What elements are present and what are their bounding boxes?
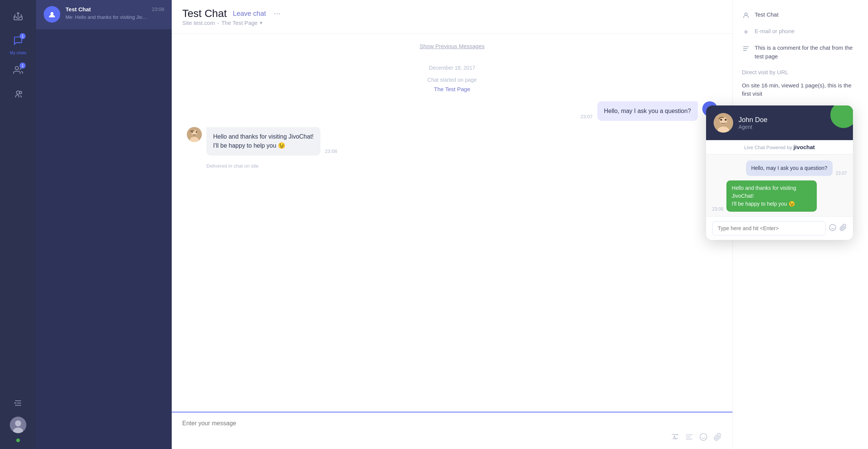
chat-subtitle: Site test.com - The Test Page ▾ — [182, 20, 722, 26]
show-prev-link[interactable]: Show Previous Messages — [420, 43, 485, 49]
info-agent-name: Test Chat — [755, 11, 778, 19]
visitor-message-time: 23:07 — [580, 114, 593, 119]
chat-subtitle-page: The Test Page — [221, 20, 258, 26]
chat-subtitle-site: Site test.com — [182, 20, 215, 26]
svg-point-23 — [700, 434, 707, 440]
emoji-button[interactable] — [699, 433, 708, 443]
sidebar: 1 My chats 1 — [0, 0, 36, 449]
widget-agent-bubble: Hello and thanks for visiting JivoChat! … — [726, 180, 817, 212]
sidebar-item-inbox[interactable] — [0, 6, 36, 27]
chat-messages: Show Previous Messages December 18, 2017… — [172, 34, 732, 412]
widget-header: John Doe Agent — [706, 105, 853, 140]
team-icon[interactable] — [9, 85, 27, 103]
canned-responses-button[interactable] — [685, 433, 693, 443]
chat-list-panel: Test Chat 23:08 Me: Hello and thanks for… — [36, 0, 172, 449]
inbox-icon[interactable] — [9, 8, 27, 26]
status-dot — [15, 438, 21, 443]
chevron-down-icon[interactable]: ▾ — [260, 20, 262, 26]
comment-icon — [742, 44, 750, 53]
chat-header: Test Chat Leave chat ··· Site test.com -… — [172, 0, 732, 34]
info-comment: This is a comment for the chat from the … — [755, 44, 859, 61]
show-previous-messages[interactable]: Show Previous Messages — [187, 43, 717, 50]
sidebar-item-chats-label: My chats — [10, 50, 26, 55]
message-status: Delivered in chat on site — [206, 163, 717, 169]
agent-message-bubble: Hello and thanks for visiting JivoChat! … — [206, 127, 320, 156]
widget-attach-icon[interactable] — [839, 224, 847, 233]
chat-list-content: Test Chat 23:08 Me: Hello and thanks for… — [66, 6, 164, 21]
svg-point-35 — [830, 224, 836, 231]
agent-avatar — [187, 127, 202, 142]
widget-emoji-icon[interactable] — [829, 224, 836, 233]
widget-msg-time: 23:07 — [836, 171, 847, 176]
more-options-button[interactable]: ··· — [273, 9, 280, 18]
chat-input[interactable] — [182, 418, 722, 428]
widget-message-row: 23:07 Hello, may I ask you a question? — [712, 160, 847, 176]
widget-messages: 23:07 Hello, may I ask you a question? 2… — [706, 154, 853, 216]
chat-list-item[interactable]: Test Chat 23:08 Me: Hello and thanks for… — [36, 0, 172, 29]
chat-input-area — [172, 412, 732, 449]
settings-icon[interactable] — [9, 394, 27, 412]
visitor-message-bubble: Hello, may I ask you a question? — [597, 101, 698, 121]
widget-visitor-bubble: Hello, may I ask you a question? — [746, 160, 833, 176]
widget-input[interactable] — [712, 221, 826, 235]
plus-icon: + — [742, 28, 750, 36]
contacts-badge: 1 — [20, 63, 26, 69]
svg-point-33 — [720, 119, 722, 121]
info-email-placeholder: E-mail or phone — [755, 27, 795, 36]
chat-title: Test Chat — [182, 8, 227, 20]
chat-input-toolbar — [182, 433, 722, 443]
attach-button[interactable] — [714, 433, 722, 443]
date-divider: December 18, 2017 — [187, 65, 717, 71]
chats-badge: 1 — [20, 33, 26, 39]
widget-agent-avatar — [714, 113, 733, 133]
message-row: Hello and thanks for visiting JivoChat! … — [187, 127, 717, 156]
chat-list-time: 23:08 — [152, 6, 164, 12]
widget-agent-info: John Doe Agent — [738, 116, 845, 130]
svg-point-11 — [50, 12, 53, 15]
translate-button[interactable] — [671, 433, 679, 443]
chat-item-avatar — [44, 6, 60, 23]
sidebar-item-chats[interactable]: 1 My chats — [0, 30, 36, 57]
info-row-email: + E-mail or phone — [742, 27, 859, 36]
widget-message-row: 23:08 Hello and thanks for visiting Jivo… — [712, 180, 847, 212]
info-row-name: Test Chat — [742, 11, 859, 20]
widget-input-area — [706, 216, 853, 240]
info-visit-type: Direct visit by URL — [742, 68, 859, 77]
main-chat: Test Chat Leave chat ··· Site test.com -… — [172, 0, 732, 449]
chat-header-info: Test Chat Leave chat ··· Site test.com -… — [182, 8, 722, 26]
svg-point-26 — [745, 13, 747, 15]
chat-list-name: Test Chat — [66, 6, 91, 12]
sidebar-item-settings[interactable] — [0, 392, 36, 414]
svg-point-7 — [14, 402, 16, 404]
chat-started-page: The Test Page — [187, 86, 717, 92]
contacts-icon[interactable]: 1 — [9, 61, 27, 79]
widget-msg-time: 23:08 — [712, 206, 723, 212]
chat-started-info: Chat started on page — [187, 77, 717, 83]
message-row: Hello, may I ask you a question? 23:07 — [187, 101, 717, 121]
person-icon — [742, 11, 750, 20]
chat-list-preview: Me: Hello and thanks for visiting JivoCh… — [66, 14, 148, 21]
svg-point-17 — [196, 131, 197, 133]
info-row-comment: This is a comment for the chat from the … — [742, 44, 859, 61]
svg-point-34 — [725, 119, 727, 121]
leave-chat-button[interactable]: Leave chat — [233, 10, 266, 18]
widget-input-icons — [829, 224, 847, 233]
sidebar-item-contacts[interactable]: 1 — [0, 60, 36, 81]
widget-agent-name: John Doe — [738, 116, 845, 124]
svg-point-3 — [19, 91, 22, 94]
widget-powered-by: Live Chat Powered by jivochat — [706, 140, 853, 154]
widget-overlay: John Doe Agent Live Chat Powered by jivo… — [706, 105, 853, 240]
chats-icon[interactable]: 1 — [9, 32, 27, 50]
user-avatar[interactable] — [10, 417, 26, 433]
info-visit-stats: On site 16 min, viewed 1 page(s), this i… — [742, 81, 859, 98]
svg-point-16 — [192, 131, 193, 133]
widget-agent-role: Agent — [738, 124, 845, 130]
svg-point-9 — [15, 420, 21, 426]
svg-point-1 — [15, 66, 18, 70]
sidebar-item-team[interactable] — [0, 84, 36, 105]
agent-message-time: 23:08 — [325, 148, 337, 154]
